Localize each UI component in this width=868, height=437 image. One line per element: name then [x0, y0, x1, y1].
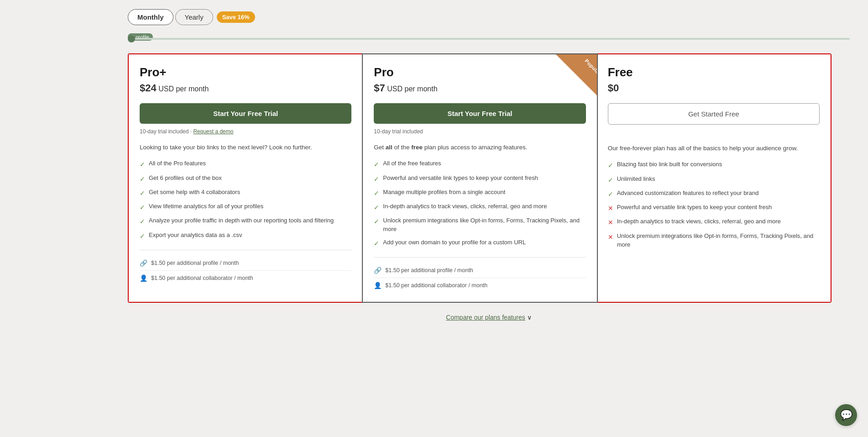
compare-plans-link[interactable]: Compare our plans features [446, 314, 525, 321]
link-icon: 🔗 [374, 267, 382, 274]
x-icon: ✕ [608, 232, 613, 242]
check-icon: ✓ [140, 174, 145, 184]
feature-item: ✕Unlock premium integrations like Opt-in… [608, 232, 820, 249]
plan-price-pro: $7 USD per month [374, 82, 586, 94]
plan-footer-pro: 🔗 $1.50 per additional profile / month 👤… [374, 257, 586, 293]
footer-row: 🔗 $1.50 per additional profile / month [374, 263, 586, 278]
features-list-pro-plus: ✓All of the Pro features ✓Get 6 profiles… [140, 159, 351, 241]
get-started-free-button[interactable]: Get Started Free [608, 103, 820, 125]
plan-amount-pro: $7 [374, 82, 385, 94]
feature-item: ✓Unlock premium integrations like Opt-in… [374, 216, 586, 234]
features-list-free: ✓Blazing fast bio link built for convers… [608, 160, 820, 249]
check-icon: ✓ [374, 217, 379, 226]
feature-item: ✓All of the Pro features [140, 159, 351, 169]
feature-item: ✓Add your own domain to your profile for… [374, 238, 586, 248]
plan-name-free: Free [608, 65, 820, 79]
check-icon: ✓ [140, 160, 145, 169]
feature-item: ✓Analyze your profile traffic in depth w… [140, 216, 351, 226]
plan-footer-pro-plus: 🔗 $1.50 per additional profile / month 👤… [140, 250, 351, 285]
check-icon: ✓ [608, 175, 613, 184]
feature-item: ✓All of the free features [374, 159, 586, 169]
profile-slider-section: 1 profile [128, 38, 850, 40]
person-icon: 👤 [140, 274, 147, 282]
footer-text: $1.50 per additional profile / month [385, 267, 473, 274]
feature-item: ✓Unlimited links [608, 175, 820, 184]
feature-item: ✓In-depth analytics to track views, clic… [374, 202, 586, 212]
feature-item: ✓Get some help with 4 collaborators [140, 188, 351, 198]
monthly-button[interactable]: Monthly [128, 9, 173, 25]
check-icon: ✓ [140, 203, 145, 212]
plan-card-pro: Popular Pro $7 USD per month Start Your … [362, 53, 597, 303]
chat-button[interactable]: 💬 [835, 404, 857, 426]
yearly-button[interactable]: Yearly [175, 9, 213, 25]
footer-text: $1.50 per additional collaborator / mont… [151, 275, 253, 281]
popular-label: Popular [584, 58, 596, 76]
footer-row: 👤 $1.50 per additional collaborator / mo… [374, 278, 586, 293]
feature-item: ✓Manage multiple profiles from a single … [374, 188, 586, 198]
plan-card-free: Free $0 Get Started Free Our free-foreve… [597, 54, 831, 302]
feature-item: ✕Powerful and versatile link types to ke… [608, 203, 820, 213]
plan-amount-pro-plus: $24 [140, 82, 157, 94]
footer-row: 👤 $1.50 per additional collaborator / mo… [140, 271, 351, 285]
feature-item: ✓Export your analytics data as a .csv [140, 231, 351, 241]
plan-price-free: $0 [608, 82, 820, 94]
features-list-pro: ✓All of the free features ✓Powerful and … [374, 159, 586, 248]
x-icon: ✕ [608, 204, 613, 213]
plan-card-pro-plus: Pro+ $24 USD per month Start Your Free T… [129, 54, 363, 302]
plan-desc-pro-plus: Looking to take your bio links to the ne… [140, 143, 351, 152]
slider-track[interactable] [128, 38, 850, 40]
plans-container: Pro+ $24 USD per month Start Your Free T… [128, 53, 831, 303]
request-demo-link[interactable]: Request a demo [193, 128, 233, 135]
feature-item: ✓Get 6 profiles out of the box [140, 174, 351, 184]
x-icon: ✕ [608, 218, 613, 227]
footer-row: 🔗 $1.50 per additional profile / month [140, 256, 351, 271]
check-icon: ✓ [140, 217, 145, 226]
slider-thumb[interactable] [128, 35, 135, 42]
plan-amount-free: $0 [608, 82, 619, 94]
feature-item: ✓Advanced customization features to refl… [608, 189, 820, 199]
check-icon: ✓ [374, 174, 379, 184]
trial-note-free [608, 129, 820, 136]
feature-item: ✓Blazing fast bio link built for convers… [608, 160, 820, 170]
check-icon: ✓ [374, 160, 379, 169]
check-icon: ✓ [140, 232, 145, 241]
chat-icon: 💬 [840, 409, 852, 421]
billing-toggle: Monthly Yearly Save 16% [128, 9, 850, 25]
footer-text: $1.50 per additional profile / month [151, 260, 239, 266]
plan-desc-free: Our free-forever plan has all of the bas… [608, 144, 820, 153]
feature-item: ✓View lifetime analytics for all of your… [140, 202, 351, 212]
check-icon: ✓ [140, 189, 145, 198]
plan-price-suffix-pro-plus: USD per month [158, 85, 209, 93]
compare-chevron-icon: ∨ [527, 314, 532, 321]
person-icon: 👤 [374, 282, 382, 289]
plan-name-pro: Pro [374, 65, 586, 79]
plan-desc-pro: Get all of the free plan plus access to … [374, 143, 586, 152]
check-icon: ✓ [608, 190, 613, 199]
feature-item: ✓Powerful and versatile link types to ke… [374, 174, 586, 184]
check-icon: ✓ [374, 203, 379, 212]
check-icon: ✓ [608, 161, 613, 170]
footer-text: $1.50 per additional collaborator / mont… [385, 282, 487, 289]
link-icon: 🔗 [140, 259, 147, 267]
save-badge: Save 16% [217, 11, 255, 23]
trial-note-pro: 10-day trial included [374, 128, 586, 135]
plan-price-suffix-pro: USD per month [387, 85, 437, 93]
plan-price-pro-plus: $24 USD per month [140, 82, 351, 94]
trial-note-pro-plus: 10-day trial included · Request a demo [140, 128, 351, 135]
plan-name-pro-plus: Pro+ [140, 65, 351, 79]
start-trial-button-pro[interactable]: Start Your Free Trial [374, 103, 586, 124]
start-trial-button-pro-plus[interactable]: Start Your Free Trial [140, 103, 351, 124]
feature-item: ✕In-depth analytics to track views, clic… [608, 217, 820, 227]
compare-section: Compare our plans features ∨ [128, 314, 850, 321]
check-icon: ✓ [374, 189, 379, 198]
check-icon: ✓ [374, 239, 379, 248]
